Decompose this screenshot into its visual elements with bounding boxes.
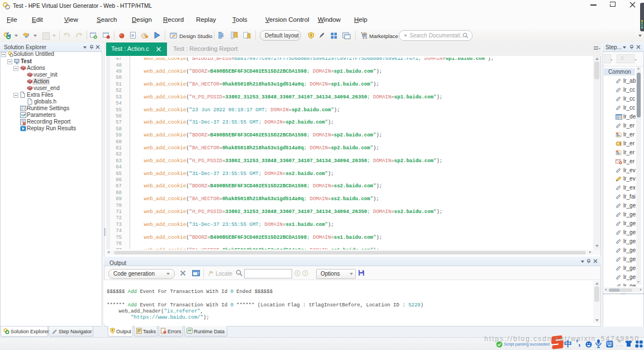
svg-text:0: 0 bbox=[131, 33, 134, 38]
